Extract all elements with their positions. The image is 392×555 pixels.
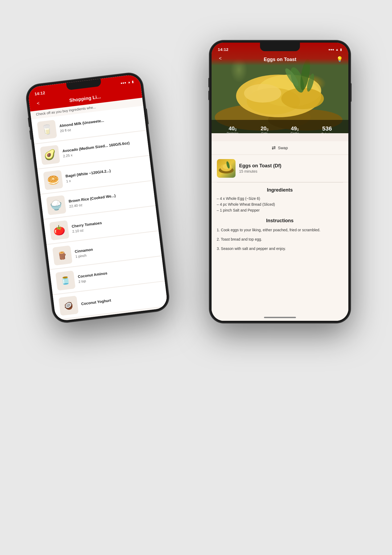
- item-info-avocado: Avocado (Medium Sized... 160G/5.6oz) 2.2…: [62, 139, 143, 158]
- home-bar: [264, 317, 296, 318]
- wifi-icon: ▲: [127, 80, 131, 84]
- recipe-meta-row: Eggs on Toast (Df) 15 minutes: [212, 155, 348, 182]
- signal-icon-front: ●●●: [328, 48, 334, 51]
- swap-button[interactable]: ⇄ Swap: [212, 141, 348, 155]
- nutrition-proteins: 40g Proteins: [227, 125, 238, 133]
- instruction-item: 1. Cook eggs to your liking, either poac…: [212, 226, 348, 234]
- instruction-item: 2. Toast bread and top egg.: [212, 236, 348, 243]
- calories-value: 536: [321, 125, 333, 132]
- nutrition-calories: 536 Calories: [321, 125, 333, 133]
- phone-back: < Shopping Li... 14:12 ●●● ▲ ▮ Check off…: [25, 71, 170, 324]
- calories-label: Calories: [321, 132, 333, 133]
- recipe-bg: 40g Proteins 20g Fats 49g: [212, 43, 348, 321]
- proteins-label: Proteins: [227, 132, 238, 133]
- item-image-yoghurt: 🥥: [58, 295, 79, 316]
- recipe-back-button[interactable]: <: [217, 55, 224, 62]
- recipe-screen: 40g Proteins 20g Fats 49g: [212, 43, 348, 321]
- instructions-heading: Instructions: [212, 213, 348, 226]
- item-name: Coconut Yoghurt: [81, 291, 161, 306]
- carbs-value: 49g: [291, 125, 299, 132]
- recipe-meta-info: Eggs on Toast (Df) 15 minutes: [239, 163, 282, 173]
- recipe-hero: 40g Proteins 20g Fats 49g: [212, 43, 348, 133]
- item-image-bagel: 🥯: [43, 170, 63, 190]
- status-icons-front: ●●● ▲ ▮: [328, 48, 342, 51]
- nutrition-bar: 40g Proteins 20g Fats 49g: [212, 120, 348, 133]
- recipe-meta-title: Eggs on Toast (Df): [239, 163, 282, 169]
- ingredient-item: – 1 pinch Salt and Pepper: [212, 207, 348, 213]
- nutrition-carbs: 49g Carbs: [291, 125, 299, 133]
- ingredients-heading: Ingredients: [212, 183, 348, 196]
- ingredient-item: – 4 x Whole Egg (~Size 6): [212, 196, 348, 201]
- status-icons-back: ●●● ▲ ▮: [120, 80, 134, 85]
- item-info-aminos: Coconut Aminos 2 tsp: [77, 264, 158, 283]
- power-button-front[interactable]: [350, 83, 352, 102]
- recipe-title: Eggs on Toast: [224, 57, 336, 62]
- shopping-list[interactable]: 🥛 Almond Milk (Unsweete... 20 fl oz 🥑 Av…: [31, 106, 168, 321]
- volume-up-button[interactable]: [28, 118, 30, 127]
- item-image-rice: 🍚: [46, 195, 66, 215]
- time-front: 14:12: [218, 47, 229, 52]
- instruction-item: 3. Season with salt and pepper and enjoy…: [212, 245, 348, 253]
- back-button[interactable]: <: [34, 99, 42, 108]
- notch-front: [260, 43, 300, 51]
- recipe-meta-time: 15 minutes: [239, 169, 282, 173]
- time-back: 14:12: [34, 90, 45, 96]
- item-info-yoghurt: Coconut Yoghurt: [81, 291, 161, 307]
- item-info-rice: Brown Rice (Cooked We...) 22.40 oz: [68, 189, 149, 208]
- scene: < Shopping Li... 14:12 ●●● ▲ ▮ Check off…: [23, 25, 369, 531]
- proteins-value: 40g: [227, 125, 238, 132]
- item-image-tomatoes: 🍅: [49, 220, 69, 240]
- swap-label: Swap: [278, 145, 288, 150]
- nutrition-fats: 20g Fats: [261, 125, 268, 133]
- item-info-tomatoes: Cherry Tomatoes 2.10 oz: [71, 214, 152, 233]
- power-button[interactable]: [146, 108, 148, 124]
- item-image-almond: 🥛: [37, 120, 57, 140]
- item-info-almond: Almond Milk (Unsweete... 20 fl oz: [59, 114, 140, 133]
- signal-icon: ●●●: [120, 80, 126, 85]
- volume-down-button[interactable]: [29, 130, 31, 140]
- item-image-cinnamon: 🪵: [52, 245, 72, 265]
- wifi-icon-front: ▲: [336, 48, 339, 51]
- recipe-content: ⇄ Swap: [212, 141, 348, 321]
- item-image-aminos: 🫙: [55, 270, 76, 291]
- fats-value: 20g: [261, 125, 268, 132]
- carbs-label: Carbs: [291, 132, 299, 133]
- recipe-thumbnail: [217, 159, 236, 178]
- svg-point-6: [244, 84, 281, 103]
- lightbulb-icon[interactable]: 💡: [336, 56, 343, 62]
- volume-up-button-front[interactable]: [208, 78, 209, 87]
- item-image-avocado: 🥑: [40, 145, 60, 165]
- phone-front: 40g Proteins 20g Fats 49g: [209, 40, 350, 323]
- item-info-cinnamon: Cinnamon 1 pinch: [74, 239, 155, 258]
- item-info-bagel: Bagel (White ~120G/4.2...) 1 x: [65, 164, 146, 183]
- battery-icon-front: ▮: [340, 48, 342, 51]
- ingredient-item: – 4 pc Whole Wheat Bread (Sliced): [212, 201, 348, 207]
- battery-icon: ▮: [132, 80, 134, 84]
- volume-down-button-front[interactable]: [208, 91, 209, 100]
- fats-label: Fats: [261, 132, 268, 133]
- swap-icon: ⇄: [272, 145, 276, 151]
